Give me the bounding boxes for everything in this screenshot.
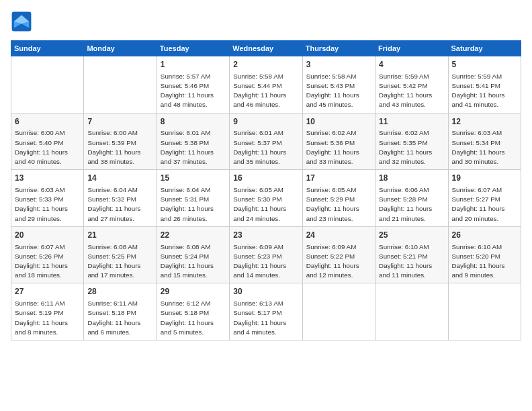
calendar-cell bbox=[302, 283, 375, 340]
calendar-cell: 8Sunrise: 6:01 AM Sunset: 5:38 PM Daylig… bbox=[157, 113, 229, 170]
day-number: 23 bbox=[233, 230, 298, 241]
weekday-header-tuesday: Tuesday bbox=[157, 41, 229, 56]
calendar-cell: 12Sunrise: 6:03 AM Sunset: 5:34 PM Dayli… bbox=[448, 113, 521, 170]
day-info: Sunrise: 6:08 AM Sunset: 5:25 PM Dayligh… bbox=[87, 242, 152, 281]
calendar-cell: 9Sunrise: 6:01 AM Sunset: 5:37 PM Daylig… bbox=[230, 113, 302, 170]
day-info: Sunrise: 6:05 AM Sunset: 5:29 PM Dayligh… bbox=[306, 185, 371, 224]
day-info: Sunrise: 6:00 AM Sunset: 5:39 PM Dayligh… bbox=[87, 128, 152, 167]
day-number: 27 bbox=[15, 286, 80, 298]
calendar-table: SundayMondayTuesdayWednesdayThursdayFrid… bbox=[11, 40, 521, 340]
calendar-week-1: 1Sunrise: 5:57 AM Sunset: 5:46 PM Daylig… bbox=[11, 56, 521, 113]
day-number: 30 bbox=[233, 286, 298, 298]
calendar-cell: 30Sunrise: 6:13 AM Sunset: 5:17 PM Dayli… bbox=[230, 283, 302, 340]
logo-icon bbox=[11, 11, 32, 32]
day-info: Sunrise: 5:59 AM Sunset: 5:42 PM Dayligh… bbox=[379, 72, 444, 110]
calendar-week-5: 27Sunrise: 6:11 AM Sunset: 5:19 PM Dayli… bbox=[11, 283, 521, 340]
day-info: Sunrise: 6:04 AM Sunset: 5:31 PM Dayligh… bbox=[161, 185, 226, 224]
calendar-cell: 28Sunrise: 6:11 AM Sunset: 5:18 PM Dayli… bbox=[84, 283, 157, 340]
calendar-cell: 27Sunrise: 6:11 AM Sunset: 5:19 PM Dayli… bbox=[11, 283, 84, 340]
calendar-cell: 10Sunrise: 6:02 AM Sunset: 5:36 PM Dayli… bbox=[302, 113, 375, 170]
day-info: Sunrise: 5:57 AM Sunset: 5:46 PM Dayligh… bbox=[161, 72, 226, 110]
day-number: 21 bbox=[87, 230, 152, 241]
calendar-cell: 6Sunrise: 6:00 AM Sunset: 5:40 PM Daylig… bbox=[11, 113, 84, 170]
calendar-cell: 16Sunrise: 6:05 AM Sunset: 5:30 PM Dayli… bbox=[230, 170, 302, 227]
day-info: Sunrise: 6:01 AM Sunset: 5:37 PM Dayligh… bbox=[233, 128, 298, 167]
day-number: 13 bbox=[15, 173, 80, 184]
calendar-cell: 1Sunrise: 5:57 AM Sunset: 5:46 PM Daylig… bbox=[157, 56, 229, 113]
day-number: 17 bbox=[306, 173, 371, 184]
weekday-header-saturday: Saturday bbox=[448, 41, 521, 56]
weekday-header-monday: Monday bbox=[84, 41, 157, 56]
day-info: Sunrise: 6:09 AM Sunset: 5:23 PM Dayligh… bbox=[233, 242, 298, 281]
day-info: Sunrise: 5:58 AM Sunset: 5:44 PM Dayligh… bbox=[233, 72, 298, 110]
calendar-cell: 22Sunrise: 6:08 AM Sunset: 5:24 PM Dayli… bbox=[157, 226, 229, 283]
day-info: Sunrise: 6:01 AM Sunset: 5:38 PM Dayligh… bbox=[161, 128, 226, 167]
day-info: Sunrise: 6:02 AM Sunset: 5:36 PM Dayligh… bbox=[306, 128, 371, 167]
day-info: Sunrise: 6:04 AM Sunset: 5:32 PM Dayligh… bbox=[87, 185, 152, 224]
day-info: Sunrise: 6:07 AM Sunset: 5:26 PM Dayligh… bbox=[15, 242, 80, 281]
calendar-cell: 15Sunrise: 6:04 AM Sunset: 5:31 PM Dayli… bbox=[157, 170, 229, 227]
calendar-cell: 14Sunrise: 6:04 AM Sunset: 5:32 PM Dayli… bbox=[84, 170, 157, 227]
calendar-cell: 3Sunrise: 5:58 AM Sunset: 5:43 PM Daylig… bbox=[302, 56, 375, 113]
calendar-cell: 13Sunrise: 6:03 AM Sunset: 5:33 PM Dayli… bbox=[11, 170, 84, 227]
day-number: 6 bbox=[15, 116, 80, 128]
calendar-cell: 17Sunrise: 6:05 AM Sunset: 5:29 PM Dayli… bbox=[302, 170, 375, 227]
day-number: 18 bbox=[379, 173, 444, 184]
calendar-week-2: 6Sunrise: 6:00 AM Sunset: 5:40 PM Daylig… bbox=[11, 113, 521, 170]
day-info: Sunrise: 6:12 AM Sunset: 5:18 PM Dayligh… bbox=[161, 299, 226, 337]
weekday-header-thursday: Thursday bbox=[302, 41, 375, 56]
day-number: 25 bbox=[379, 230, 444, 241]
calendar-week-4: 20Sunrise: 6:07 AM Sunset: 5:26 PM Dayli… bbox=[11, 226, 521, 283]
calendar-cell: 24Sunrise: 6:09 AM Sunset: 5:22 PM Dayli… bbox=[302, 226, 375, 283]
day-number: 29 bbox=[161, 286, 226, 298]
calendar-cell bbox=[448, 283, 521, 340]
day-info: Sunrise: 6:06 AM Sunset: 5:28 PM Dayligh… bbox=[379, 185, 444, 224]
day-number: 4 bbox=[379, 59, 444, 71]
day-info: Sunrise: 6:05 AM Sunset: 5:30 PM Dayligh… bbox=[233, 185, 298, 224]
calendar-cell: 26Sunrise: 6:10 AM Sunset: 5:20 PM Dayli… bbox=[448, 226, 521, 283]
day-info: Sunrise: 6:02 AM Sunset: 5:35 PM Dayligh… bbox=[379, 128, 444, 167]
day-number: 28 bbox=[87, 286, 152, 298]
day-number: 12 bbox=[452, 116, 517, 128]
day-number: 26 bbox=[452, 230, 517, 241]
day-info: Sunrise: 6:07 AM Sunset: 5:27 PM Dayligh… bbox=[452, 185, 517, 224]
logo bbox=[11, 11, 35, 32]
weekday-header-friday: Friday bbox=[375, 41, 448, 56]
day-number: 19 bbox=[452, 173, 517, 184]
day-number: 1 bbox=[161, 59, 226, 71]
day-number: 14 bbox=[87, 173, 152, 184]
day-number: 22 bbox=[161, 230, 226, 241]
day-number: 5 bbox=[452, 59, 517, 71]
day-number: 10 bbox=[306, 116, 371, 128]
calendar-cell: 18Sunrise: 6:06 AM Sunset: 5:28 PM Dayli… bbox=[375, 170, 448, 227]
day-number: 15 bbox=[161, 173, 226, 184]
calendar-cell: 21Sunrise: 6:08 AM Sunset: 5:25 PM Dayli… bbox=[84, 226, 157, 283]
day-number: 20 bbox=[15, 230, 80, 241]
day-info: Sunrise: 6:10 AM Sunset: 5:20 PM Dayligh… bbox=[452, 242, 517, 281]
day-info: Sunrise: 6:03 AM Sunset: 5:33 PM Dayligh… bbox=[15, 185, 80, 224]
weekday-header-wednesday: Wednesday bbox=[230, 41, 302, 56]
day-number: 16 bbox=[233, 173, 298, 184]
calendar-cell: 25Sunrise: 6:10 AM Sunset: 5:21 PM Dayli… bbox=[375, 226, 448, 283]
calendar-cell bbox=[84, 56, 157, 113]
calendar-cell: 7Sunrise: 6:00 AM Sunset: 5:39 PM Daylig… bbox=[84, 113, 157, 170]
calendar-cell bbox=[375, 283, 448, 340]
calendar-cell: 19Sunrise: 6:07 AM Sunset: 5:27 PM Dayli… bbox=[448, 170, 521, 227]
day-number: 3 bbox=[306, 59, 371, 71]
calendar-cell: 23Sunrise: 6:09 AM Sunset: 5:23 PM Dayli… bbox=[230, 226, 302, 283]
calendar-week-3: 13Sunrise: 6:03 AM Sunset: 5:33 PM Dayli… bbox=[11, 170, 521, 227]
day-info: Sunrise: 5:58 AM Sunset: 5:43 PM Dayligh… bbox=[306, 72, 371, 110]
day-info: Sunrise: 6:10 AM Sunset: 5:21 PM Dayligh… bbox=[379, 242, 444, 281]
day-info: Sunrise: 5:59 AM Sunset: 5:41 PM Dayligh… bbox=[452, 72, 517, 110]
day-number: 2 bbox=[233, 59, 298, 71]
calendar-cell: 5Sunrise: 5:59 AM Sunset: 5:41 PM Daylig… bbox=[448, 56, 521, 113]
day-info: Sunrise: 6:11 AM Sunset: 5:19 PM Dayligh… bbox=[15, 299, 80, 337]
calendar-cell: 11Sunrise: 6:02 AM Sunset: 5:35 PM Dayli… bbox=[375, 113, 448, 170]
day-number: 8 bbox=[161, 116, 226, 128]
calendar-cell: 20Sunrise: 6:07 AM Sunset: 5:26 PM Dayli… bbox=[11, 226, 84, 283]
calendar-cell bbox=[11, 56, 84, 113]
day-info: Sunrise: 6:11 AM Sunset: 5:18 PM Dayligh… bbox=[87, 299, 152, 337]
calendar-body: 1Sunrise: 5:57 AM Sunset: 5:46 PM Daylig… bbox=[11, 56, 521, 340]
day-info: Sunrise: 6:03 AM Sunset: 5:34 PM Dayligh… bbox=[452, 128, 517, 167]
day-number: 11 bbox=[379, 116, 444, 128]
